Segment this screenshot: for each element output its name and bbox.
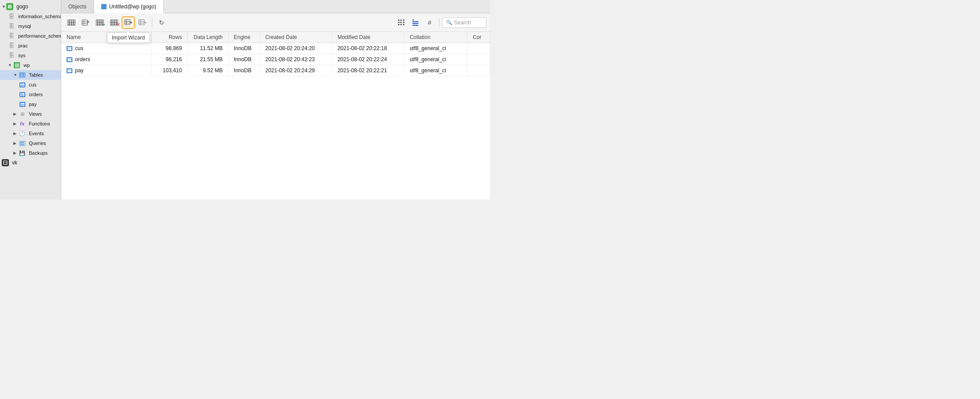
hash-icon: # bbox=[428, 19, 431, 26]
edit-table-icon bbox=[82, 20, 90, 26]
main-content: Objects Untitled@wp (gogo) bbox=[61, 0, 490, 200]
sidebar-label-gogo: gogo bbox=[16, 4, 28, 10]
cell-created-cus: 2021-08-02 20:24:20 bbox=[260, 43, 332, 54]
tab-bar: Objects Untitled@wp (gogo) bbox=[61, 0, 490, 13]
sidebar-item-pay[interactable]: pay bbox=[0, 99, 61, 109]
refresh-button[interactable]: ↻ bbox=[155, 16, 168, 29]
sidebar-item-functions[interactable]: ▶ fx Functions bbox=[0, 119, 61, 129]
cell-data-length-orders: 21.55 MB bbox=[187, 54, 228, 65]
export-wizard-icon bbox=[138, 19, 146, 26]
sidebar-label-functions: Functions bbox=[29, 121, 50, 126]
arrow-functions: ▶ bbox=[13, 121, 18, 126]
sidebar-item-sys[interactable]: 🗄 sys bbox=[0, 51, 61, 60]
tab-icon-untitled bbox=[101, 4, 107, 9]
table-icon-cus bbox=[19, 81, 26, 88]
svg-rect-9 bbox=[125, 20, 130, 25]
row-table-icon bbox=[67, 46, 72, 51]
cell-data-length-pay: 9.52 MB bbox=[187, 65, 228, 76]
edit-table-button[interactable] bbox=[79, 16, 92, 29]
new-table-button[interactable] bbox=[65, 16, 78, 29]
table-wrapper: Name Rows Data Length Engine Created Dat… bbox=[61, 32, 490, 200]
arrow-wp: ▼ bbox=[8, 63, 12, 67]
cell-modified-cus: 2021-08-02 20:22:18 bbox=[332, 43, 404, 54]
cell-name-orders: orders bbox=[61, 54, 151, 65]
list-view-button[interactable] bbox=[409, 16, 422, 29]
cell-created-pay: 2021-08-02 20:24:29 bbox=[260, 65, 332, 76]
sidebar-item-wp[interactable]: ▼ wp bbox=[0, 60, 61, 70]
row-table-icon bbox=[67, 68, 72, 73]
sidebar-item-prac[interactable]: 🗄 prac bbox=[0, 41, 61, 51]
add-table-button[interactable]: + bbox=[93, 16, 107, 29]
table-row[interactable]: pay103,4109.52 MBInnoDB2021-08-02 20:24:… bbox=[61, 65, 490, 76]
sidebar-item-vk[interactable]: vk bbox=[0, 158, 61, 168]
cylinder-icon-prac: 🗄 bbox=[8, 42, 15, 49]
grid-view-button[interactable] bbox=[395, 16, 408, 29]
table-icon-orders bbox=[19, 91, 26, 98]
sidebar-item-performance-schema[interactable]: 🗄 performance_schema bbox=[0, 31, 61, 41]
search-magnifier-icon: 🔍 bbox=[446, 20, 452, 25]
cell-rows-pay: 103,410 bbox=[151, 65, 187, 76]
col-header-cor: Cor bbox=[467, 32, 490, 43]
table-row[interactable]: cus98,86911.52 MBInnoDB2021-08-02 20:24:… bbox=[61, 43, 490, 54]
new-table-icon bbox=[67, 20, 75, 26]
sidebar-item-gogo[interactable]: ▼ gogo bbox=[0, 2, 61, 12]
tab-untitled[interactable]: Untitled@wp (gogo) bbox=[94, 0, 164, 13]
sidebar-label-performance-schema: performance_schema bbox=[18, 33, 61, 39]
plus-badge: + bbox=[103, 23, 105, 27]
toolbar: + ✕ bbox=[61, 13, 490, 32]
search-placeholder: Search bbox=[454, 20, 471, 26]
sidebar-label-orders: orders bbox=[29, 92, 43, 97]
sidebar-label-wp: wp bbox=[24, 63, 30, 68]
remove-table-button[interactable]: ✕ bbox=[107, 16, 121, 29]
sidebar-item-information-schema[interactable]: 🗄 information_schema bbox=[0, 12, 61, 21]
cell-collation-pay: utf8_general_ci bbox=[404, 65, 467, 76]
list-icon bbox=[412, 20, 419, 26]
import-wizard-button[interactable]: Import Wizard bbox=[122, 16, 135, 29]
minus-badge: ✕ bbox=[116, 23, 120, 27]
sidebar-label-vk: vk bbox=[12, 160, 17, 166]
arrow-gogo: ▼ bbox=[2, 4, 6, 9]
col-header-created-date: Created Date bbox=[260, 32, 332, 43]
sidebar-label-events: Events bbox=[29, 131, 44, 136]
sidebar-item-orders[interactable]: orders bbox=[0, 90, 61, 99]
sidebar-label-tables: Tables bbox=[29, 72, 43, 78]
refresh-icon: ↻ bbox=[159, 19, 164, 26]
cell-cor-pay bbox=[467, 65, 490, 76]
svg-rect-5 bbox=[82, 20, 87, 25]
cell-collation-orders: utf8_general_ci bbox=[404, 54, 467, 65]
sidebar-item-queries[interactable]: ▶ Queries bbox=[0, 138, 61, 148]
sidebar-label-cus: cus bbox=[29, 82, 36, 87]
sidebar-item-mysql[interactable]: 🗄 mysql bbox=[0, 21, 61, 31]
cell-created-orders: 2021-08-02 20:42:23 bbox=[260, 54, 332, 65]
table-row[interactable]: orders98,21621.55 MBInnoDB2021-08-02 20:… bbox=[61, 54, 490, 65]
wp-db-icon bbox=[13, 62, 20, 69]
grid-dots-icon bbox=[398, 20, 404, 26]
arrow-backups: ▶ bbox=[13, 151, 18, 155]
sidebar-label-information-schema: information_schema bbox=[18, 14, 61, 19]
tab-objects[interactable]: Objects bbox=[61, 0, 94, 13]
detail-view-button[interactable]: # bbox=[423, 16, 436, 29]
queries-icon bbox=[19, 140, 26, 147]
sidebar-item-tables[interactable]: ▼ Tables bbox=[0, 70, 61, 80]
sidebar-item-cus[interactable]: cus bbox=[0, 80, 61, 90]
sidebar-item-backups[interactable]: ▶ 💾 Backups bbox=[0, 148, 61, 158]
cell-engine-orders: InnoDB bbox=[228, 54, 260, 65]
toolbar-sep-2 bbox=[439, 18, 439, 27]
import-wizard-icon bbox=[124, 19, 132, 26]
import-wizard-tooltip: Import Wizard bbox=[107, 32, 150, 43]
cell-name-cus: cus bbox=[61, 43, 151, 54]
export-wizard-button[interactable] bbox=[136, 16, 149, 29]
sidebar-label-views: Views bbox=[29, 111, 42, 117]
col-header-data-length: Data Length bbox=[187, 32, 228, 43]
cylinder-icon-mysql: 🗄 bbox=[8, 23, 15, 30]
arrow-events: ▶ bbox=[13, 131, 18, 136]
gogo-db-icon bbox=[6, 3, 13, 10]
search-box[interactable]: 🔍 Search bbox=[442, 17, 486, 28]
sidebar-item-events[interactable]: ▶ 🕐 Events bbox=[0, 129, 61, 138]
arrow-tables: ▼ bbox=[13, 73, 18, 77]
cell-engine-pay: InnoDB bbox=[228, 65, 260, 76]
sidebar-label-pay: pay bbox=[29, 102, 37, 107]
svg-rect-13 bbox=[139, 20, 144, 25]
cell-modified-orders: 2021-08-02 20:22:24 bbox=[332, 54, 404, 65]
sidebar-item-views[interactable]: ▶ ⊞ Views bbox=[0, 109, 61, 119]
